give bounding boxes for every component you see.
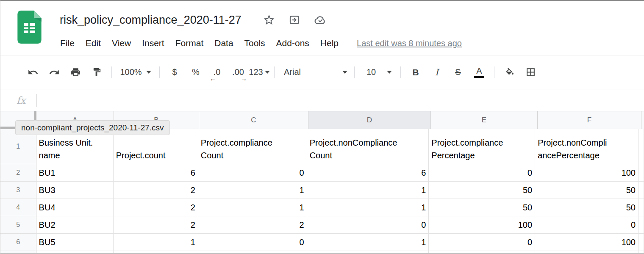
cell-a2[interactable]: BU1: [36, 164, 114, 181]
italic-button[interactable]: I: [426, 64, 447, 81]
toolbar-divider: [274, 66, 275, 78]
cell-f2[interactable]: 100: [535, 164, 638, 181]
top-bar: risk_policy_compliance_2020-11-27: [0, 1, 644, 55]
cell-d1[interactable]: Project.nonCompliance Count: [307, 129, 429, 164]
row-header-2[interactable]: 2: [0, 164, 36, 181]
sheets-logo-icon[interactable]: [17, 11, 42, 44]
number-format-button[interactable]: 123: [249, 64, 270, 81]
cell-d3[interactable]: 1: [307, 182, 429, 199]
toolbar-divider: [494, 66, 494, 78]
menu-addons[interactable]: Add-ons: [271, 38, 315, 48]
row-header-5[interactable]: 5: [0, 216, 36, 233]
cell-sliver: [638, 164, 644, 181]
cell-b2[interactable]: 6: [114, 164, 198, 181]
spreadsheet-grid: A B C D E F non-compliant_projects_2020-…: [0, 111, 644, 254]
menu-tools[interactable]: Tools: [239, 38, 271, 48]
format-currency-button[interactable]: $: [164, 64, 185, 81]
cell-f6[interactable]: 100: [535, 234, 638, 251]
strikethrough-button[interactable]: S: [447, 64, 469, 81]
cell-d5[interactable]: 0: [307, 216, 429, 233]
document-title[interactable]: risk_policy_compliance_2020-11-27: [60, 14, 242, 27]
chevron-down-icon: [342, 71, 347, 74]
column-header-e[interactable]: E: [431, 111, 538, 129]
cell-b5[interactable]: 2: [114, 216, 198, 233]
borders-button[interactable]: [520, 64, 541, 81]
cell-b4[interactable]: 2: [114, 199, 198, 216]
cell-c6[interactable]: 0: [198, 234, 307, 251]
paint-format-button[interactable]: [86, 64, 107, 81]
font-size-select[interactable]: 10: [359, 64, 396, 81]
cell-a6[interactable]: BU5: [36, 234, 114, 251]
title-row: risk_policy_compliance_2020-11-27: [60, 13, 327, 27]
cell-e3[interactable]: 50: [429, 182, 535, 199]
cell-c3[interactable]: 1: [198, 182, 307, 199]
cloud-saved-icon[interactable]: [314, 13, 327, 27]
cell-c1[interactable]: Project.compliance Count: [198, 129, 307, 164]
table-row-6: 6 BU5 1 0 1 0 100: [0, 234, 644, 251]
cell-d2[interactable]: 6: [307, 164, 429, 181]
menu-view[interactable]: View: [106, 38, 136, 48]
cell-e5[interactable]: 100: [429, 216, 535, 233]
chevron-down-icon: [387, 71, 392, 74]
font-family-select[interactable]: Arial: [279, 64, 350, 81]
toolbar: 100% $ % .0 ← .00 → 123 Arial 10: [0, 55, 644, 89]
cell-a3[interactable]: BU3: [36, 182, 114, 199]
column-header-f[interactable]: F: [538, 111, 641, 129]
last-edit-link[interactable]: Last edit was 8 minutes ago: [357, 39, 462, 48]
move-folder-icon[interactable]: [288, 14, 301, 26]
toolbar-divider: [400, 66, 401, 78]
menu-edit[interactable]: Edit: [80, 38, 106, 48]
cell-e1[interactable]: Project.compliance Percentage: [429, 129, 535, 164]
fx-icon: fx: [17, 95, 25, 106]
format-percent-button[interactable]: %: [185, 64, 206, 81]
cell-f5[interactable]: 0: [535, 216, 638, 233]
redo-button[interactable]: [44, 64, 65, 81]
cell-c5[interactable]: 2: [198, 216, 307, 233]
menu-file[interactable]: File: [55, 38, 80, 48]
cell-f4[interactable]: 50: [535, 199, 638, 216]
fill-color-button[interactable]: [499, 64, 520, 81]
formula-bar: fx: [0, 89, 644, 111]
cell-f1[interactable]: Project.nonCompli ancePercentage: [535, 129, 638, 164]
table-row-1: non-compliant_projects_2020-11-27.csv 1 …: [0, 129, 644, 164]
cell-c2[interactable]: 0: [198, 164, 307, 181]
zoom-select[interactable]: 100%: [116, 64, 155, 81]
increase-decimal-button[interactable]: .00 →: [228, 64, 249, 81]
row-header-3[interactable]: 3: [0, 182, 36, 199]
table-row-3: 3 BU3 2 1 1 50 50: [0, 182, 644, 199]
bold-button[interactable]: B: [405, 64, 426, 81]
menu-insert[interactable]: Insert: [136, 38, 170, 48]
formula-input[interactable]: [37, 89, 644, 111]
row-header-4[interactable]: 4: [0, 199, 36, 216]
cell-b6[interactable]: 1: [114, 234, 198, 251]
cell-e4[interactable]: 50: [429, 199, 535, 216]
print-button[interactable]: [65, 64, 86, 81]
cell-e2[interactable]: 0: [429, 164, 535, 181]
menu-help[interactable]: Help: [315, 38, 344, 48]
row-header-7[interactable]: [0, 251, 36, 253]
cell-b3[interactable]: 2: [114, 182, 198, 199]
cell-d6[interactable]: 1: [307, 234, 429, 251]
menu-format[interactable]: Format: [170, 38, 209, 48]
undo-button[interactable]: [22, 64, 44, 81]
text-color-button[interactable]: A: [469, 64, 490, 81]
font-family-value: Arial: [284, 67, 301, 77]
star-icon[interactable]: [263, 14, 275, 26]
cell-d4[interactable]: 1: [307, 199, 429, 216]
menu-data[interactable]: Data: [209, 38, 239, 48]
cell-a4[interactable]: BU4: [36, 199, 114, 216]
toolbar-divider: [159, 66, 160, 78]
column-header-c[interactable]: C: [199, 111, 308, 129]
column-header-d[interactable]: D: [308, 111, 431, 129]
cell-sliver: [638, 129, 644, 164]
table-row-7-partial: [0, 251, 644, 254]
font-size-value: 10: [366, 67, 376, 77]
row-header-6[interactable]: 6: [0, 234, 36, 251]
cell-e6[interactable]: 0: [429, 234, 535, 251]
decrease-decimal-button[interactable]: .0 ←: [206, 64, 228, 81]
cell-f3[interactable]: 50: [535, 182, 638, 199]
table-row-5: 5 BU2 2 2 0 100 0: [0, 216, 644, 234]
cell-a5[interactable]: BU2: [36, 216, 114, 233]
chevron-down-icon: [265, 71, 270, 74]
cell-c4[interactable]: 1: [198, 199, 307, 216]
